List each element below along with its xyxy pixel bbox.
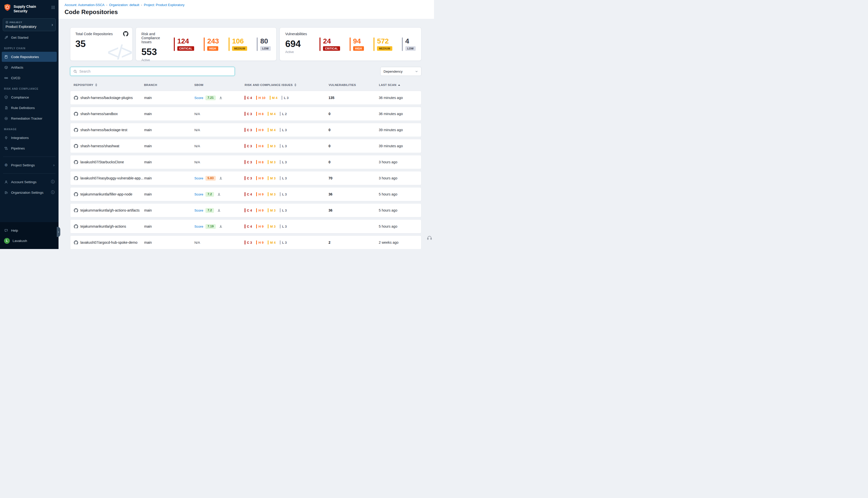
- severity-badge: LOW: [405, 46, 416, 51]
- download-icon[interactable]: [217, 209, 221, 212]
- high-count-chip: H 9: [256, 192, 264, 196]
- dropdown-value: Dependency: [384, 69, 403, 74]
- toolbar: Dependency: [70, 67, 422, 76]
- sbom-score-link[interactable]: Score: [195, 225, 203, 228]
- repository-cell[interactable]: shash-harness/backstage-test: [74, 128, 144, 132]
- sbom-score-badge: 7.19: [205, 224, 215, 229]
- repository-cell[interactable]: lavakush07/easybuggy-vulnerable-app...: [74, 176, 144, 180]
- rocket-icon: [4, 36, 8, 39]
- sidebar-item-help[interactable]: Help: [2, 225, 57, 235]
- sidebar-item-artifacts[interactable]: Artifacts: [2, 62, 57, 73]
- sidebar-item-compliance[interactable]: Compliance: [2, 92, 57, 102]
- sidebar-item-pipelines[interactable]: Pipelines: [2, 143, 57, 153]
- github-icon: [74, 128, 78, 132]
- sbom-score-link[interactable]: Score: [195, 209, 203, 212]
- vulnerabilities-cell: 36: [329, 192, 379, 196]
- card-total-repositories: Total Code Repositories 35 </>: [70, 27, 133, 61]
- medium-count-chip: M 3: [268, 192, 276, 196]
- sbom-cell: Score 5.83: [195, 176, 245, 181]
- table-row[interactable]: shash-harness/backstage-plugins main Sco…: [70, 91, 422, 105]
- sbom-score-badge: 7.21: [205, 95, 215, 100]
- repository-cell[interactable]: lavakush07/StarbucksClone: [74, 160, 144, 164]
- risk-severity-group: 124 CRITICAL 243 HIGH 106 MEDIUM: [174, 32, 271, 56]
- breadcrumb-account[interactable]: Account: Automation-SSCA: [65, 3, 105, 7]
- breadcrumb: Account: Automation-SSCA › Organization:…: [65, 3, 428, 7]
- sidebar-item-label: Artifacts: [11, 66, 23, 69]
- repository-cell[interactable]: shash-harness/backstage-plugins: [74, 96, 144, 100]
- vulnerabilities-cell: 0: [329, 128, 379, 132]
- table-row[interactable]: tejakummarikuntla/gh-actions-artifacts m…: [70, 203, 422, 217]
- table-row[interactable]: shash-harness/shashwat main N/A C 3 H 8 …: [70, 139, 422, 153]
- last-scan-cell: 3 hours ago: [379, 160, 418, 164]
- sbom-score-link[interactable]: Score: [195, 96, 203, 100]
- sidebar-item-code-repositories[interactable]: Code Repositories: [2, 52, 57, 62]
- branch-cell: main: [144, 112, 195, 116]
- sidebar-collapse-handle[interactable]: ‹: [57, 227, 60, 237]
- sidebar-item-remediation-tracker[interactable]: Remediation Tracker: [2, 113, 57, 123]
- last-scan-cell: 5 hours ago: [379, 224, 418, 228]
- sbom-score: Score 5.83: [195, 176, 223, 181]
- download-icon[interactable]: [219, 176, 223, 180]
- sidebar-item-project-settings[interactable]: ⚙ Project Settings ›: [2, 160, 57, 170]
- sidebar-item-organization-settings[interactable]: Organization Settings ⓘ: [2, 187, 57, 197]
- column-repository[interactable]: REPOSITORY: [74, 83, 144, 87]
- severity-value: 24: [323, 38, 340, 45]
- medium-count-chip: M 4: [268, 240, 276, 245]
- table-row[interactable]: lavakush07/easybuggy-vulnerable-app... m…: [70, 171, 422, 185]
- sidebar-item-label: Account Settings: [11, 180, 37, 184]
- card-vulnerabilities: Vulnerabilities 694 Active 24 CRITICAL 9…: [280, 27, 422, 61]
- medium-count-chip: M 3: [268, 144, 276, 148]
- github-icon: [74, 208, 78, 212]
- sidebar-item-rule-definitions[interactable]: Rule Definitions: [2, 103, 57, 113]
- sidebar-item-integrations[interactable]: Integrations: [2, 133, 57, 143]
- repository-cell[interactable]: tejakummarikuntla/filler-app-node: [74, 192, 144, 196]
- download-icon[interactable]: [217, 193, 221, 196]
- sbom-score-link[interactable]: Score: [195, 193, 203, 196]
- info-icon[interactable]: ⓘ: [51, 190, 54, 195]
- branch-cell: main: [144, 240, 195, 245]
- sidebar-item-get-started[interactable]: Get Started: [2, 32, 57, 42]
- download-icon[interactable]: [219, 96, 223, 100]
- table-row[interactable]: tejakummarikuntla/gh-actions main Score …: [70, 219, 422, 233]
- column-branch[interactable]: BRANCH: [144, 83, 194, 87]
- search-input[interactable]: [79, 69, 231, 74]
- issues-cell: C 3 H 9 M 4 L 3: [245, 128, 329, 132]
- last-scan-cell: 5 hours ago: [379, 192, 418, 196]
- github-icon: [74, 176, 78, 180]
- repository-cell[interactable]: shash-harness/sandbox: [74, 112, 144, 116]
- info-icon[interactable]: ⓘ: [51, 180, 54, 184]
- project-selector[interactable]: PROJECT Product Exploratory ›: [3, 18, 56, 31]
- download-icon[interactable]: [219, 225, 223, 228]
- dependency-dropdown[interactable]: Dependency: [380, 67, 422, 76]
- chevron-right-icon: ›: [52, 22, 53, 27]
- breadcrumb-organization[interactable]: Organization: default: [109, 3, 139, 7]
- column-sbom[interactable]: SBOM: [195, 83, 245, 87]
- help-widget-icon[interactable]: [426, 235, 432, 242]
- table-row[interactable]: shash-harness/backstage-test main N/A C …: [70, 123, 422, 137]
- sidebar-item-cicd[interactable]: CI/CD: [2, 73, 57, 83]
- table-row[interactable]: lavakush07/argocd-hub-spoke-demo main N/…: [70, 235, 422, 249]
- table-row[interactable]: tejakummarikuntla/filler-app-node main S…: [70, 187, 422, 201]
- breadcrumb-project[interactable]: Project: Product Exploratory: [144, 3, 185, 7]
- sidebar-item-account-settings[interactable]: Account Settings ⓘ: [2, 177, 57, 187]
- sbom-cell: N/A: [195, 128, 245, 132]
- github-icon: [123, 31, 128, 37]
- project-selector-name: Product Exploratory: [5, 25, 52, 29]
- repository-cell[interactable]: tejakummarikuntla/gh-actions-artifacts: [74, 208, 144, 212]
- table-row[interactable]: lavakush07/StarbucksClone main N/A C 3 H…: [70, 155, 422, 169]
- column-last-scan[interactable]: LAST SCAN: [379, 83, 418, 87]
- github-icon: [74, 192, 78, 196]
- column-risk-issues[interactable]: RISK AND COMPLIANCE ISSUES: [245, 83, 329, 87]
- column-vulnerabilities[interactable]: VULNERABILITIES: [329, 83, 379, 87]
- repository-cell[interactable]: tejakummarikuntla/gh-actions: [74, 224, 144, 228]
- sbom-score-link[interactable]: Score: [195, 176, 203, 180]
- table-row[interactable]: shash-harness/sandbox main N/A C 3 H 8 M…: [70, 107, 422, 121]
- repository-cell[interactable]: lavakush07/argocd-hub-spoke-demo: [74, 240, 144, 245]
- sidebar-item-label: Organization Settings: [11, 191, 43, 195]
- sidebar-user[interactable]: L Lavakush: [2, 236, 57, 246]
- github-icon: [74, 240, 78, 245]
- artifact-cube-icon: [4, 66, 8, 69]
- repository-cell[interactable]: shash-harness/shashwat: [74, 144, 144, 148]
- search-icon: [74, 69, 77, 74]
- module-grid-icon[interactable]: [51, 3, 55, 10]
